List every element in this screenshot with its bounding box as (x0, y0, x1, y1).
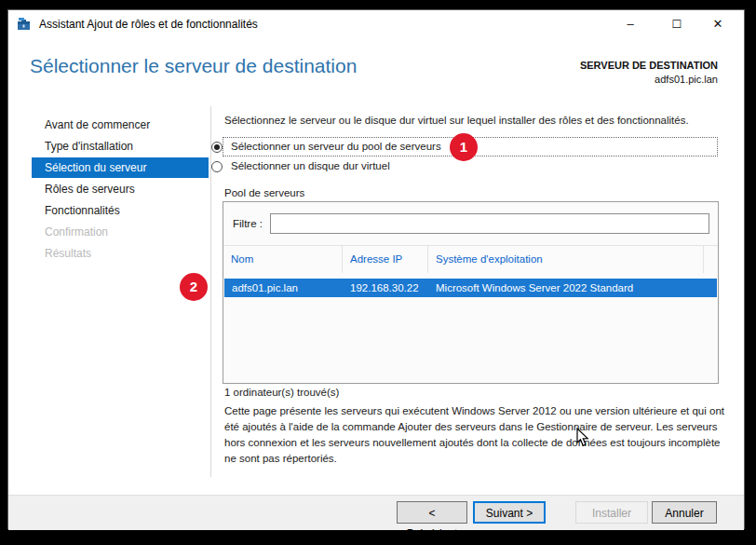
radio-virtual-disk[interactable] (211, 161, 223, 172)
destination-server-value: adfs01.pic.lan (580, 73, 718, 87)
column-header-systeme-exploitation[interactable]: Système d'exploitation (427, 246, 703, 273)
annotation-badge-2: 2 (180, 273, 208, 301)
sidebar-item-type-installation[interactable]: Type d'installation (32, 136, 209, 157)
cell-systeme-exploitation: Microsoft Windows Server 2022 Standard (428, 279, 704, 297)
page-title: Sélectionner le serveur de destination (30, 55, 357, 77)
wizard-window: Assistant Ajout de rôles et de fonctionn… (7, 9, 745, 529)
server-pool-label: Pool de serveurs (224, 187, 304, 198)
table-row-selected[interactable]: adfs01.pic.lan 192.168.30.22 Microsoft W… (224, 279, 717, 297)
previous-button[interactable]: < Précédent (397, 501, 467, 524)
server-pool-panel: Filtre : Nom Adresse IP Système d'exploi… (223, 201, 719, 384)
computers-found-text: 1 ordinateur(s) trouvé(s) (224, 387, 339, 398)
radio-server-pool-label[interactable]: Sélectionner un serveur du pool de serve… (231, 137, 441, 157)
server-manager-icon (17, 17, 32, 32)
intro-text: Sélectionnez le serveur ou le disque dur… (224, 115, 742, 126)
close-icon[interactable]: ✕ (697, 10, 738, 38)
filter-label: Filtre : (233, 213, 263, 234)
sidebar-item-resultats: Résultats (32, 243, 209, 264)
radio-server-pool[interactable] (211, 142, 223, 153)
radio-virtual-disk-label[interactable]: Sélectionner un disque dur virtuel (231, 157, 390, 176)
column-header-empty (703, 246, 718, 273)
next-button[interactable]: Suivant > (473, 501, 546, 524)
sidebar-item-selection-du-serveur[interactable]: Sélection du serveur (32, 157, 209, 178)
filter-input[interactable] (270, 213, 709, 234)
cell-adresse-ip: 192.168.30.22 (343, 279, 428, 297)
cell-nom: adfs01.pic.lan (224, 279, 343, 297)
column-header-adresse-ip[interactable]: Adresse IP (342, 246, 427, 273)
sidebar-item-avant-de-commencer[interactable]: Avant de commencer (32, 115, 209, 135)
annotation-badge-1: 1 (450, 133, 478, 161)
destination-server-context: SERVEUR DE DESTINATION adfs01.pic.lan (580, 59, 718, 87)
sidebar-item-roles-de-serveurs[interactable]: Rôles de serveurs (32, 179, 209, 199)
install-button: Installer (575, 501, 648, 524)
title-bar: Assistant Ajout de rôles et de fonctionn… (8, 10, 744, 38)
table-header-row: Nom Adresse IP Système d'exploitation (223, 245, 718, 272)
mouse-cursor-icon (576, 428, 589, 447)
page-description-text: Cette page présente les serveurs qui exé… (224, 403, 727, 467)
minimize-icon[interactable]: – (610, 10, 651, 38)
destination-server-label: SERVEUR DE DESTINATION (580, 59, 718, 73)
window-title: Assistant Ajout de rôles et de fonctionn… (39, 10, 258, 38)
maximize-icon[interactable]: ☐ (656, 10, 697, 38)
sidebar-item-fonctionnalites[interactable]: Fonctionnalités (32, 200, 209, 221)
sidebar-item-confirmation: Confirmation (32, 222, 209, 242)
column-header-nom[interactable]: Nom (223, 246, 342, 273)
sidebar-separator (210, 106, 211, 477)
cancel-button[interactable]: Annuler (652, 501, 717, 524)
